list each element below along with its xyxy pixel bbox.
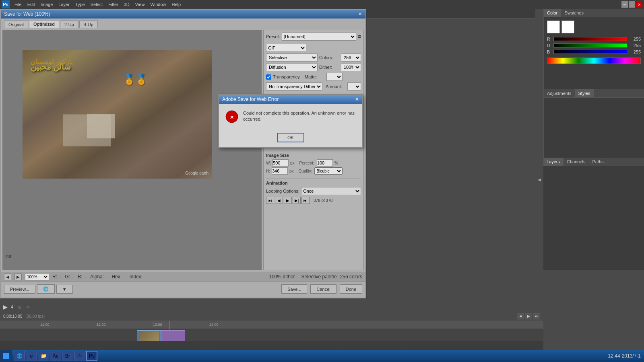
error-dialog-overlay	[1, 10, 367, 299]
menu-file[interactable]: File	[12, 1, 24, 8]
ps-right-panel: Color Swatches R 255 G 255 B 255	[543, 9, 644, 89]
timeline-settings-btn[interactable]: ⚙	[26, 305, 30, 309]
color-swatches-tabs: Color Swatches	[544, 9, 644, 17]
blue-slider[interactable]	[553, 50, 627, 54]
menu-3d[interactable]: 3D	[122, 1, 132, 8]
tab-swatches[interactable]: Swatches	[561, 9, 587, 17]
r-value: 255	[629, 37, 641, 41]
minimize-button[interactable]: ─	[621, 1, 628, 8]
error-message: Could not complete this operation. An un…	[243, 110, 356, 123]
save-web-window: Save for Web (100%) ✕ Original Optimized…	[0, 9, 366, 298]
red-slider-row: R 255	[547, 37, 641, 41]
playback-controls: ⏮ ▶ ⏭	[517, 313, 540, 319]
error-ok-button[interactable]: OK	[277, 133, 304, 142]
tab-layers[interactable]: Layers	[543, 158, 564, 166]
timeline-play-btn[interactable]: ▶	[3, 304, 8, 310]
g-channel-label: G	[547, 43, 552, 48]
date-display: 2013/7-1	[622, 353, 641, 359]
taskbar-ae[interactable]: Ae	[50, 351, 61, 361]
layers-tabs: Layers Channels Paths	[543, 158, 644, 166]
menu-view[interactable]: View	[133, 1, 147, 8]
tab-color[interactable]: Color	[544, 9, 561, 17]
b-value: 255	[629, 49, 641, 54]
green-slider-row: G 255	[547, 43, 641, 48]
error-dialog: Adobe Save for Web Error ✕ ✕ Could not c…	[218, 94, 363, 148]
taskbar-br[interactable]: Br	[62, 351, 73, 361]
layers-panel: Layers Channels Paths	[543, 158, 644, 270]
menu-bar: Ps File Edit Image Layer Type Select Fil…	[0, 0, 644, 9]
tab-paths[interactable]: Paths	[589, 158, 607, 166]
color-panel: R 255 G 255 B 255	[544, 17, 644, 67]
error-buttons: OK	[219, 130, 362, 147]
foreground-swatch[interactable]	[547, 21, 560, 33]
time-13: 13:00	[153, 323, 162, 327]
taskbar-apps: 🌐 e 📁 Ae Br Pr Ps	[12, 351, 99, 361]
background-swatch[interactable]	[561, 21, 574, 33]
taskbar-ps-active[interactable]: Ps	[86, 351, 97, 361]
taskbar-pr[interactable]: Pr	[74, 351, 85, 361]
timeline-controls: ▶ 4 ⊞ ⚙	[0, 302, 543, 312]
menu-select[interactable]: Select	[88, 1, 105, 8]
taskbar-chrome[interactable]: 🌐	[14, 351, 25, 361]
timecode: 0:00:13:05	[3, 314, 22, 319]
adj-styles-tabs: Adjustments Styles	[544, 89, 644, 98]
system-tray: 12:44 2013/7-1	[608, 353, 644, 359]
menu-filter[interactable]: Filter	[106, 1, 120, 8]
timecode-bar: 0:00:13:05 (30.00 fps) ⏮ ▶ ⏭	[0, 312, 543, 321]
window-controls: ─ □ ✕	[621, 1, 642, 8]
error-title-text: Adobe Save for Web Error	[222, 97, 279, 102]
start-button[interactable]	[0, 350, 12, 362]
g-value: 255	[629, 43, 641, 48]
svg-text:✕: ✕	[230, 115, 234, 120]
pb-prev-btn[interactable]: ⏮	[517, 313, 524, 319]
fps-label: (30.00 fps)	[25, 314, 45, 319]
time-12: 12:00	[97, 323, 106, 327]
time-14: 14:00	[209, 323, 219, 327]
menu-help[interactable]: Help	[169, 1, 184, 8]
b-channel-label: B	[547, 49, 552, 54]
time-11: 11:00	[40, 323, 50, 327]
ps-status-bar	[0, 341, 543, 350]
error-body: ✕ Could not complete this operation. An …	[219, 104, 362, 130]
taskbar: 🌐 e 📁 Ae Br Pr Ps 12:44 2013/7-1	[0, 350, 644, 362]
pb-play-btn[interactable]: ▶	[525, 313, 532, 319]
error-icon: ✕	[225, 110, 238, 123]
r-channel-label: R	[547, 37, 552, 41]
adjustments-styles-panel: Adjustments Styles	[543, 89, 644, 158]
tab-channels[interactable]: Channels	[564, 158, 589, 166]
taskbar-explorer[interactable]: 📁	[38, 351, 49, 361]
blue-slider-row: B 255	[547, 49, 641, 54]
tab-adjustments[interactable]: Adjustments	[544, 89, 575, 97]
panel-toggle-bar: ◀	[535, 9, 543, 350]
green-slider[interactable]	[553, 43, 627, 47]
tab-styles[interactable]: Styles	[575, 89, 594, 97]
pb-next-btn[interactable]: ⏭	[533, 313, 540, 319]
maximize-button[interactable]: □	[629, 1, 635, 8]
timeline-expand-btn[interactable]: ⊞	[18, 305, 21, 309]
menu-type[interactable]: Type	[73, 1, 87, 8]
time-display: 12:44	[608, 353, 620, 359]
error-title-bar: Adobe Save for Web Error ✕	[219, 95, 362, 104]
taskbar-ie[interactable]: e	[26, 351, 37, 361]
menu-image[interactable]: Image	[38, 1, 56, 8]
timeline-ruler: 11:00 12:00 13:00 14:00	[0, 321, 543, 329]
error-close-icon[interactable]: ✕	[355, 97, 359, 102]
menu-edit[interactable]: Edit	[25, 1, 37, 8]
menu-layer[interactable]: Layer	[56, 1, 72, 8]
close-button[interactable]: ✕	[636, 1, 642, 8]
spectrum-bar[interactable]	[547, 58, 641, 64]
collapse-icon[interactable]: ◀	[538, 177, 541, 182]
timeline-frame: 4	[11, 305, 13, 309]
red-slider[interactable]	[553, 37, 627, 41]
ps-logo: Ps	[2, 0, 10, 8]
fg-bg-swatches	[547, 21, 641, 33]
menu-window[interactable]: Window	[148, 1, 168, 8]
